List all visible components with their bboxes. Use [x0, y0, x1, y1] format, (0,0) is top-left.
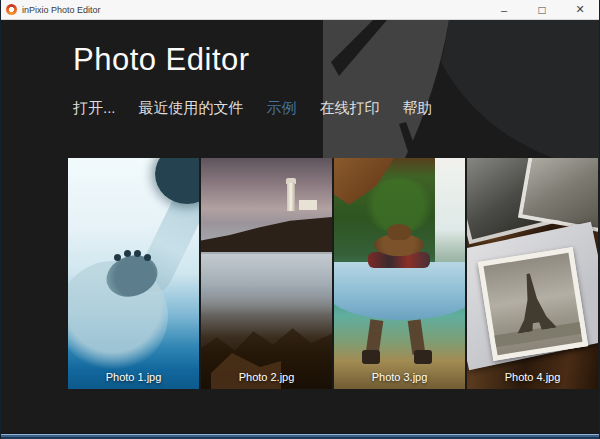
menu-bar: 打开... 最近使用的文件 示例 在线打印 帮助: [73, 99, 433, 118]
sample-photo-4-thumbnail[interactable]: Photo 4.jpg: [467, 158, 598, 389]
eiffel-tower-print-shape: [478, 247, 588, 361]
sample-photo-3-thumbnail[interactable]: Photo 3.jpg: [334, 158, 465, 389]
photo-4-filename: Photo 4.jpg: [467, 371, 598, 383]
sample-photo-1-thumbnail[interactable]: Photo 1.jpg: [68, 158, 199, 389]
window-controls: – □ ✕: [485, 0, 599, 19]
menu-item-samples[interactable]: 示例: [267, 99, 297, 118]
menu-item-online-print[interactable]: 在线打印: [320, 99, 380, 118]
menu-item-recent-files[interactable]: 最近使用的文件: [139, 99, 244, 118]
app-window: inPixio Photo Editor – □ ✕ Photo Editor …: [0, 0, 600, 439]
lighthouse-tower-shape: [287, 183, 295, 211]
photo-3-filename: Photo 3.jpg: [334, 371, 465, 383]
menu-item-open[interactable]: 打开...: [73, 99, 116, 118]
sample-photo-2-thumbnail[interactable]: Photo 2.jpg: [201, 158, 332, 389]
polar-bear-head-shape: [155, 158, 199, 204]
photo-1-filename: Photo 1.jpg: [68, 371, 199, 383]
window-title: inPixio Photo Editor: [22, 5, 485, 15]
sea-mist-shape: [201, 254, 332, 314]
sample-photo-gallery: Photo 1.jpg Photo 2.jpg: [68, 158, 598, 389]
window-bottom-border: [1, 433, 599, 439]
page-title: Photo Editor: [73, 42, 250, 78]
maximize-button[interactable]: □: [523, 0, 561, 19]
title-bar: inPixio Photo Editor – □ ✕: [1, 0, 599, 20]
menu-item-help[interactable]: 帮助: [403, 99, 433, 118]
close-button[interactable]: ✕: [561, 0, 599, 19]
hammock-shape: [334, 262, 465, 320]
main-area: Photo Editor 打开... 最近使用的文件 示例 在线打印 帮助 Ph…: [1, 20, 599, 433]
headland-silhouette: [201, 214, 332, 252]
photo-2-filename: Photo 2.jpg: [201, 371, 332, 383]
app-logo-icon: [6, 4, 17, 15]
minimize-button[interactable]: –: [485, 0, 523, 19]
